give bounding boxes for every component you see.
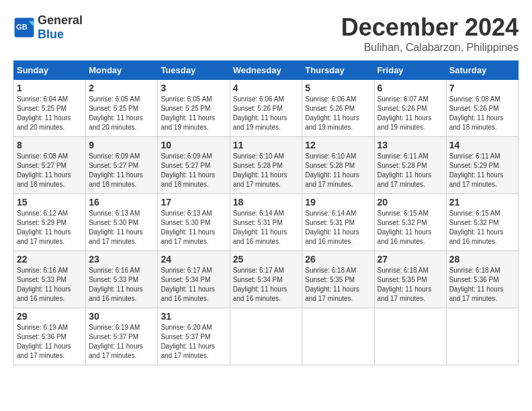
calendar-table: SundayMondayTuesdayWednesdayThursdayFrid… [13,60,519,365]
calendar-cell: 9 Sunrise: 6:09 AMSunset: 5:27 PMDayligh… [86,137,158,194]
calendar-week-row: 1 Sunrise: 6:04 AMSunset: 5:25 PMDayligh… [14,80,519,137]
day-number: 6 [378,83,443,93]
day-info: Sunrise: 6:19 AMSunset: 5:36 PMDaylight:… [17,324,71,359]
day-number: 18 [233,197,300,208]
day-info: Sunrise: 6:04 AMSunset: 5:25 PMDaylight:… [17,95,71,131]
day-info: Sunrise: 6:09 AMSunset: 5:27 PMDaylight:… [161,152,215,188]
day-number: 31 [161,311,226,322]
day-number: 28 [449,254,515,265]
calendar-week-row: 8 Sunrise: 6:08 AMSunset: 5:27 PMDayligh… [14,137,519,194]
day-info: Sunrise: 6:17 AMSunset: 5:34 PMDaylight:… [233,267,287,302]
day-info: Sunrise: 6:16 AMSunset: 5:33 PMDaylight:… [17,267,71,302]
day-of-week-header: Sunday [14,61,86,80]
day-info: Sunrise: 6:09 AMSunset: 5:27 PMDaylight:… [89,152,143,188]
calendar-cell: 22 Sunrise: 6:16 AMSunset: 5:33 PMDaylig… [14,251,86,308]
day-number: 30 [89,311,154,322]
calendar-cell [302,308,374,365]
day-number: 5 [305,83,371,93]
calendar-cell: 21 Sunrise: 6:15 AMSunset: 5:32 PMDaylig… [446,194,518,251]
calendar-week-row: 22 Sunrise: 6:16 AMSunset: 5:33 PMDaylig… [14,251,519,308]
day-number: 20 [378,197,443,208]
day-of-week-header: Tuesday [158,61,230,80]
day-info: Sunrise: 6:08 AMSunset: 5:26 PMDaylight:… [449,95,504,131]
calendar-cell: 26 Sunrise: 6:18 AMSunset: 5:35 PMDaylig… [302,251,374,308]
calendar-cell: 1 Sunrise: 6:04 AMSunset: 5:25 PMDayligh… [14,80,86,137]
day-info: Sunrise: 6:18 AMSunset: 5:36 PMDaylight:… [449,267,504,302]
day-info: Sunrise: 6:15 AMSunset: 5:32 PMDaylight:… [378,210,432,245]
day-info: Sunrise: 6:18 AMSunset: 5:35 PMDaylight:… [305,267,359,302]
general-blue-icon: GB [13,17,35,38]
title-area: December 2024 Bulihan, Calabarzon, Phili… [341,13,519,54]
day-number: 7 [449,83,515,93]
day-info: Sunrise: 6:20 AMSunset: 5:37 PMDaylight:… [161,324,215,359]
calendar-cell: 5 Sunrise: 6:06 AMSunset: 5:26 PMDayligh… [302,80,374,137]
calendar-cell: 7 Sunrise: 6:08 AMSunset: 5:26 PMDayligh… [446,80,518,137]
day-info: Sunrise: 6:05 AMSunset: 5:25 PMDaylight:… [89,95,143,131]
svg-text:GB: GB [16,23,28,31]
logo-text: General Blue [38,13,83,42]
month-title: December 2024 [341,13,519,42]
day-number: 14 [449,140,515,150]
day-info: Sunrise: 6:14 AMSunset: 5:31 PMDaylight:… [233,210,287,245]
calendar-cell: 29 Sunrise: 6:19 AMSunset: 5:36 PMDaylig… [14,308,86,365]
calendar-cell: 3 Sunrise: 6:05 AMSunset: 5:25 PMDayligh… [158,80,230,137]
day-of-week-header: Wednesday [230,61,302,80]
day-number: 15 [17,197,83,208]
calendar-cell: 19 Sunrise: 6:14 AMSunset: 5:31 PMDaylig… [302,194,374,251]
day-info: Sunrise: 6:12 AMSunset: 5:29 PMDaylight:… [17,210,71,245]
calendar-cell: 2 Sunrise: 6:05 AMSunset: 5:25 PMDayligh… [86,80,158,137]
logo-container: GB General Blue [13,13,83,42]
day-number: 19 [305,197,371,208]
day-info: Sunrise: 6:11 AMSunset: 5:29 PMDaylight:… [449,152,504,188]
day-number: 4 [233,83,300,93]
page-header: GB General Blue December 2024 Bulihan, C… [13,13,519,54]
calendar-header-row: SundayMondayTuesdayWednesdayThursdayFrid… [14,61,519,80]
calendar-cell: 20 Sunrise: 6:15 AMSunset: 5:32 PMDaylig… [374,194,446,251]
calendar-cell: 27 Sunrise: 6:18 AMSunset: 5:35 PMDaylig… [374,251,446,308]
day-of-week-header: Friday [374,61,446,80]
calendar-cell [446,308,518,365]
day-info: Sunrise: 6:10 AMSunset: 5:28 PMDaylight:… [233,152,287,188]
day-number: 21 [449,197,515,208]
calendar-cell: 8 Sunrise: 6:08 AMSunset: 5:27 PMDayligh… [14,137,86,194]
logo-blue: Blue [38,28,64,41]
calendar-cell: 18 Sunrise: 6:14 AMSunset: 5:31 PMDaylig… [230,194,302,251]
day-of-week-header: Saturday [446,61,518,80]
logo-general: General [38,13,83,27]
day-info: Sunrise: 6:11 AMSunset: 5:28 PMDaylight:… [378,152,432,188]
location-title: Bulihan, Calabarzon, Philippines [341,42,519,54]
day-info: Sunrise: 6:14 AMSunset: 5:31 PMDaylight:… [305,210,359,245]
day-number: 17 [161,197,226,208]
day-info: Sunrise: 6:17 AMSunset: 5:34 PMDaylight:… [161,267,215,302]
calendar-cell: 12 Sunrise: 6:10 AMSunset: 5:28 PMDaylig… [302,137,374,194]
day-of-week-header: Monday [86,61,158,80]
day-info: Sunrise: 6:18 AMSunset: 5:35 PMDaylight:… [378,267,432,302]
day-number: 3 [161,83,226,93]
day-number: 16 [89,197,154,208]
day-number: 29 [17,311,83,322]
day-info: Sunrise: 6:08 AMSunset: 5:27 PMDaylight:… [17,152,71,188]
day-number: 13 [378,140,443,150]
calendar-cell [374,308,446,365]
calendar-cell: 31 Sunrise: 6:20 AMSunset: 5:37 PMDaylig… [158,308,230,365]
calendar-cell: 13 Sunrise: 6:11 AMSunset: 5:28 PMDaylig… [374,137,446,194]
calendar-cell: 14 Sunrise: 6:11 AMSunset: 5:29 PMDaylig… [446,137,518,194]
day-number: 22 [17,254,83,265]
day-number: 12 [305,140,371,150]
day-number: 11 [233,140,300,150]
day-info: Sunrise: 6:13 AMSunset: 5:30 PMDaylight:… [161,210,215,245]
day-number: 8 [17,140,83,150]
calendar-cell: 6 Sunrise: 6:07 AMSunset: 5:26 PMDayligh… [374,80,446,137]
calendar-cell: 25 Sunrise: 6:17 AMSunset: 5:34 PMDaylig… [230,251,302,308]
day-number: 26 [305,254,371,265]
day-info: Sunrise: 6:16 AMSunset: 5:33 PMDaylight:… [89,267,143,302]
day-info: Sunrise: 6:10 AMSunset: 5:28 PMDaylight:… [305,152,359,188]
day-info: Sunrise: 6:06 AMSunset: 5:26 PMDaylight:… [233,95,287,131]
day-info: Sunrise: 6:19 AMSunset: 5:37 PMDaylight:… [89,324,143,359]
day-number: 25 [233,254,300,265]
calendar-cell: 4 Sunrise: 6:06 AMSunset: 5:26 PMDayligh… [230,80,302,137]
calendar-cell: 23 Sunrise: 6:16 AMSunset: 5:33 PMDaylig… [86,251,158,308]
calendar-week-row: 15 Sunrise: 6:12 AMSunset: 5:29 PMDaylig… [14,194,519,251]
calendar-cell [230,308,302,365]
calendar-cell: 11 Sunrise: 6:10 AMSunset: 5:28 PMDaylig… [230,137,302,194]
